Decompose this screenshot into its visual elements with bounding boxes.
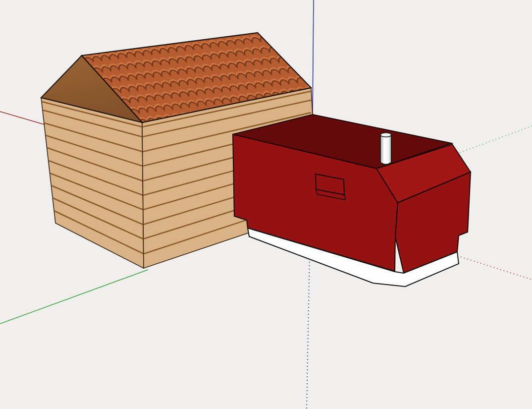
exhaust-pipe[interactable]	[380, 133, 391, 165]
application-window	[0, 0, 532, 409]
exhaust-pipe-top	[380, 133, 391, 137]
exhaust-pipe-body[interactable]	[380, 135, 391, 165]
viewport-canvas[interactable]	[0, 0, 532, 409]
